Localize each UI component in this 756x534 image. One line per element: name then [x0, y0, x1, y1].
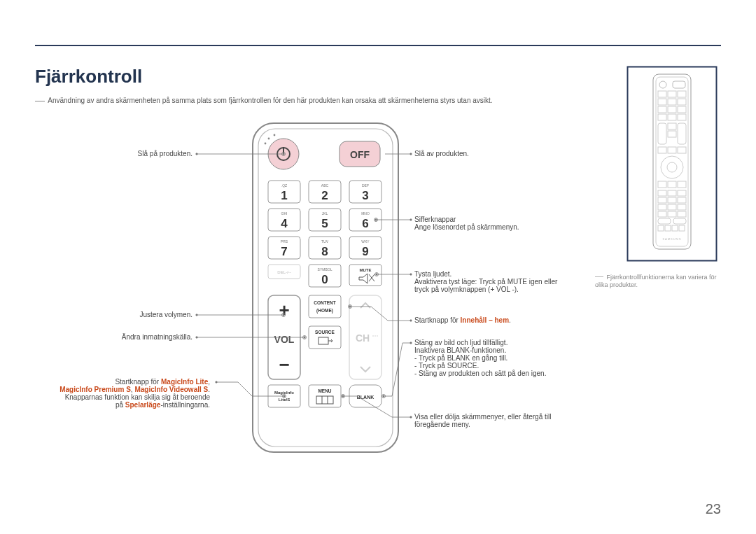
- svg-point-141: [410, 320, 412, 321]
- svg-point-129: [376, 274, 377, 275]
- svg-point-131: [410, 274, 412, 275]
- svg-point-121: [196, 153, 197, 155]
- svg-line-149: [392, 343, 402, 396]
- svg-point-147: [383, 395, 384, 397]
- side-note: ― Fjärrkontrollfunktionerna kan variera …: [595, 272, 721, 288]
- label-numbers: Sifferknappar Ange lösenordet på skärmme…: [414, 216, 610, 231]
- svg-point-159: [284, 395, 285, 397]
- svg-point-127: [410, 219, 412, 220]
- svg-point-153: [342, 395, 344, 397]
- svg-point-119: [283, 153, 284, 155]
- label-power-off: Slå av produkten.: [414, 150, 610, 157]
- svg-point-143: [304, 337, 305, 338]
- svg-line-139: [371, 307, 388, 321]
- svg-point-123: [410, 153, 412, 155]
- page-number: 23: [706, 501, 721, 517]
- svg-point-145: [196, 337, 197, 338]
- label-magicinfo: Startknapp för MagicInfo Lite, MagicInfo…: [0, 378, 210, 409]
- svg-point-151: [410, 342, 412, 344]
- svg-line-161: [238, 382, 252, 396]
- svg-line-155: [357, 396, 392, 417]
- label-content-home: Startknapp för Innehåll – hem.: [414, 316, 610, 324]
- svg-point-157: [410, 416, 412, 418]
- svg-point-135: [196, 314, 197, 316]
- svg-point-163: [216, 381, 217, 383]
- svg-point-125: [375, 219, 377, 220]
- svg-point-133: [283, 314, 284, 316]
- label-power-on: Slå på produkten.: [0, 150, 192, 157]
- svg-point-137: [349, 306, 351, 307]
- label-volume: Justera volymen.: [0, 311, 192, 318]
- label-blank: Stäng av bild och ljud tillfälligt. Inak…: [414, 339, 610, 377]
- label-menu: Visa eller dölja skärmmenyer, eller åter…: [414, 413, 610, 428]
- dash-icon: ―: [595, 272, 603, 281]
- label-mute: Tysta ljudet. Avaktivera tyst läge: Tryc…: [414, 270, 610, 293]
- label-source: Ändra inmatningskälla.: [0, 333, 192, 341]
- callout-overlay: [0, 0, 756, 534]
